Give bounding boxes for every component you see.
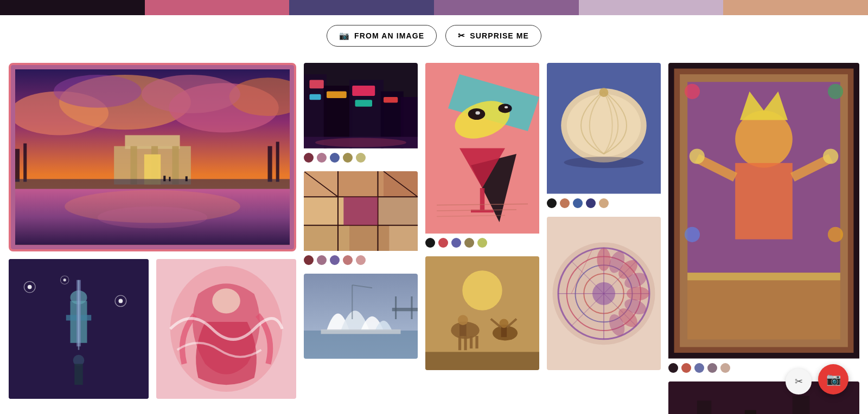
shuffle-icon: ✂ bbox=[795, 376, 803, 387]
col-3 bbox=[425, 63, 539, 414]
color-bar-seg-4 bbox=[434, 0, 579, 15]
shell-image bbox=[547, 63, 661, 194]
svg-rect-15 bbox=[172, 146, 178, 185]
col-1-bottom bbox=[9, 259, 296, 399]
svg-rect-75 bbox=[321, 329, 401, 333]
stained-glass-dots bbox=[304, 251, 418, 266]
svg-point-145 bbox=[685, 84, 700, 99]
svg-rect-101 bbox=[464, 336, 467, 350]
svg-rect-13 bbox=[131, 146, 137, 185]
color-bar-seg-2 bbox=[145, 0, 290, 15]
svg-rect-103 bbox=[475, 336, 478, 348]
svg-rect-8 bbox=[23, 144, 27, 182]
svg-rect-72 bbox=[344, 197, 378, 225]
svg-point-20 bbox=[98, 206, 207, 228]
svg-point-129 bbox=[627, 287, 649, 300]
svg-rect-64 bbox=[349, 225, 390, 250]
svg-point-41 bbox=[212, 288, 240, 313]
dot bbox=[586, 198, 596, 208]
svg-rect-65 bbox=[390, 225, 418, 250]
dot bbox=[438, 238, 448, 248]
svg-point-88 bbox=[475, 111, 480, 114]
color-bar bbox=[0, 0, 868, 15]
scissors-icon: ✂ bbox=[458, 31, 465, 41]
fab-camera-icon: 📷 bbox=[826, 372, 841, 386]
dot bbox=[356, 153, 366, 163]
svg-point-6 bbox=[142, 75, 240, 113]
svg-point-30 bbox=[63, 279, 66, 281]
card-sydney-opera[interactable] bbox=[304, 274, 418, 359]
color-bar-seg-5 bbox=[579, 0, 724, 15]
color-bar-seg-6 bbox=[723, 0, 868, 15]
dot bbox=[599, 198, 609, 208]
from-image-label: FROM AN IMAGE bbox=[354, 31, 424, 40]
svg-point-146 bbox=[828, 84, 843, 99]
dot bbox=[477, 238, 487, 248]
svg-point-143 bbox=[690, 148, 705, 164]
dot bbox=[681, 363, 691, 373]
abstract-art-dots bbox=[425, 234, 539, 249]
dot bbox=[560, 198, 570, 208]
svg-rect-140 bbox=[735, 163, 793, 240]
svg-rect-149 bbox=[687, 273, 840, 339]
card-shell[interactable] bbox=[547, 63, 661, 209]
surprise-me-label: SURPRISE ME bbox=[470, 31, 529, 40]
col-4 bbox=[547, 63, 661, 414]
card-city-night[interactable] bbox=[304, 63, 418, 164]
svg-point-5 bbox=[54, 75, 142, 108]
svg-point-99 bbox=[458, 315, 468, 325]
svg-rect-10 bbox=[276, 142, 279, 182]
mythology-image bbox=[425, 256, 539, 370]
svg-point-26 bbox=[28, 285, 32, 289]
shuffle-fab-button[interactable]: ✂ bbox=[786, 368, 812, 394]
svg-rect-37 bbox=[74, 364, 82, 385]
dot bbox=[343, 153, 353, 163]
card-tibetan-art[interactable] bbox=[668, 63, 859, 374]
svg-point-147 bbox=[685, 227, 700, 242]
color-bar-seg-1 bbox=[0, 0, 145, 15]
dot bbox=[330, 153, 340, 163]
svg-rect-74 bbox=[304, 331, 418, 359]
svg-rect-58 bbox=[338, 171, 384, 197]
svg-rect-53 bbox=[310, 94, 321, 100]
city-night-dots bbox=[304, 148, 418, 164]
from-image-button[interactable]: 📷 FROM AN IMAGE bbox=[327, 25, 437, 47]
svg-rect-17 bbox=[15, 179, 290, 190]
svg-rect-62 bbox=[378, 197, 418, 225]
card-mandala-circle[interactable] bbox=[547, 217, 661, 371]
card-featured[interactable] bbox=[9, 63, 296, 251]
stained-glass-image bbox=[304, 171, 418, 251]
dot bbox=[573, 198, 583, 208]
top-actions-bar: 📷 FROM AN IMAGE ✂ SURPRISE ME bbox=[0, 15, 868, 57]
card-mythology[interactable] bbox=[425, 256, 539, 370]
camera-icon: 📷 bbox=[339, 31, 350, 41]
svg-point-112 bbox=[567, 94, 641, 157]
svg-rect-50 bbox=[352, 86, 375, 96]
svg-point-114 bbox=[564, 157, 644, 168]
svg-point-148 bbox=[828, 227, 843, 242]
dot bbox=[720, 363, 730, 373]
svg-rect-78 bbox=[411, 296, 412, 319]
dot bbox=[317, 153, 327, 163]
card-abstract-art[interactable] bbox=[425, 63, 539, 249]
col-2 bbox=[304, 63, 418, 414]
card-space-art[interactable] bbox=[9, 259, 149, 399]
dot bbox=[451, 238, 461, 248]
city-night-image bbox=[304, 63, 418, 148]
featured-image bbox=[15, 69, 290, 245]
dot bbox=[464, 238, 474, 248]
col-5 bbox=[668, 63, 859, 414]
dot bbox=[317, 255, 327, 265]
dot bbox=[356, 255, 366, 265]
svg-point-144 bbox=[823, 148, 838, 164]
gallery bbox=[0, 57, 868, 414]
card-dance-art[interactable] bbox=[156, 259, 296, 399]
dot bbox=[694, 363, 704, 373]
svg-rect-7 bbox=[15, 149, 20, 182]
surprise-me-button[interactable]: ✂ SURPRISE ME bbox=[445, 25, 541, 47]
svg-rect-77 bbox=[395, 296, 397, 319]
card-stained-glass[interactable] bbox=[304, 171, 418, 266]
color-bar-seg-3 bbox=[289, 0, 434, 15]
svg-rect-100 bbox=[458, 336, 461, 350]
camera-fab-button[interactable]: 📷 bbox=[818, 364, 848, 394]
